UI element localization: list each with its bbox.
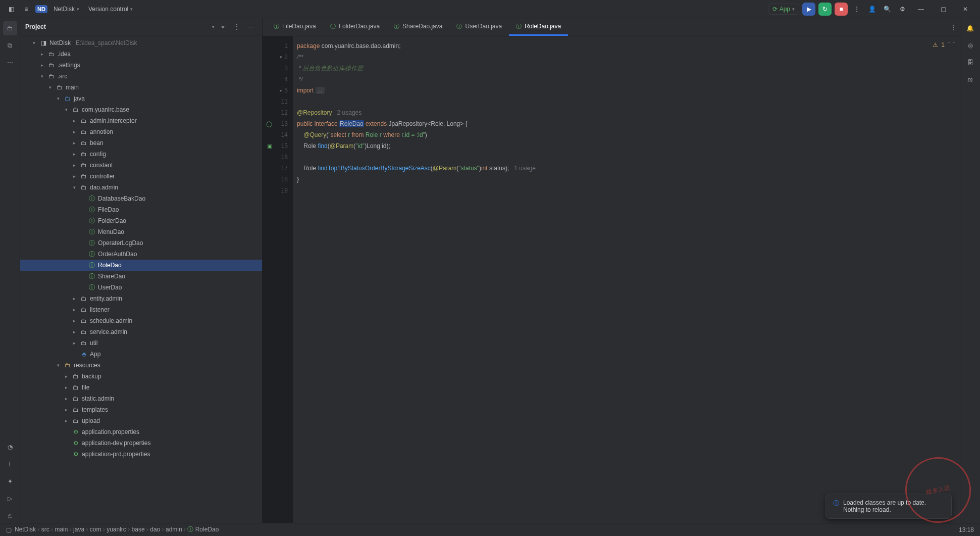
close-button[interactable]: ✕ bbox=[956, 2, 975, 16]
project-badge[interactable]: ND bbox=[35, 5, 47, 13]
tree-item-backup[interactable]: ▸🗀backup bbox=[20, 371, 262, 382]
info-icon: ⓘ bbox=[833, 499, 839, 513]
breadcrumb-root-icon: ▢ bbox=[6, 526, 12, 533]
editor-tabs: ⒾFileDao.javaⒾFolderDao.javaⒾShareDao.ja… bbox=[263, 18, 960, 36]
select-opened-icon[interactable]: ⌖ bbox=[217, 21, 229, 33]
tree-item-listener[interactable]: ▸🗀listener bbox=[20, 304, 262, 315]
tree-item-java[interactable]: ▾🗀java bbox=[20, 93, 262, 104]
hamburger-icon[interactable]: ≡ bbox=[20, 3, 32, 15]
tree-item-resources[interactable]: ▾🗀resources bbox=[20, 360, 262, 371]
tree-item-netdisk[interactable]: ▾◨NetDiskE:\idea_space\NetDisk bbox=[20, 37, 262, 48]
titlebar: ◧ ≡ ND NetDisk ▾ Version control ▾ ⟳ App… bbox=[0, 0, 980, 18]
inspection-indicator[interactable]: ⚠1 ˆˇ bbox=[933, 39, 955, 51]
project-panel-title: Project bbox=[25, 23, 210, 30]
project-tree[interactable]: ▾◨NetDiskE:\idea_space\NetDisk▸🗀.idea▸🗀.… bbox=[20, 35, 262, 523]
minimize-button[interactable]: — bbox=[911, 2, 931, 16]
vcs-menu[interactable]: Version control ▾ bbox=[85, 4, 136, 15]
database-icon[interactable]: 🗄 bbox=[963, 56, 977, 70]
tab-filedao-java[interactable]: ⒾFileDao.java bbox=[267, 18, 323, 36]
chevron-down-icon[interactable]: ▾ bbox=[212, 24, 215, 29]
settings-icon[interactable]: ⚙ bbox=[896, 3, 908, 15]
tree-item-static-admin[interactable]: ▸🗀static.admin bbox=[20, 393, 262, 404]
stop-button[interactable]: ■ bbox=[835, 3, 848, 16]
tree-item-bean[interactable]: ▸🗀bean bbox=[20, 137, 262, 149]
maven-icon[interactable]: m bbox=[963, 73, 977, 87]
app-icon[interactable]: ◧ bbox=[5, 3, 17, 15]
debug-button[interactable]: ▶ bbox=[802, 3, 815, 16]
ai-assistant-icon[interactable]: ◎ bbox=[963, 38, 977, 53]
tree-item-schedule-admin[interactable]: ▸🗀schedule.admin bbox=[20, 315, 262, 326]
project-panel: Project ▾ ⌖ ⋮ — ▾◨NetDiskE:\idea_space\N… bbox=[20, 18, 263, 523]
vcs-tool-icon[interactable]: ⎌ bbox=[3, 509, 17, 523]
tree-item-filedao[interactable]: ⒾFileDao bbox=[20, 204, 262, 215]
tree-item-constant[interactable]: ▸🗀constant bbox=[20, 160, 262, 171]
tree-item-menudao[interactable]: ⒾMenuDao bbox=[20, 226, 262, 237]
tab-more-icon[interactable]: ⋮ bbox=[948, 21, 960, 33]
code-with-me-icon[interactable]: 👤 bbox=[866, 3, 878, 15]
tree-item-templates[interactable]: ▸🗀templates bbox=[20, 404, 262, 415]
tree-item-config[interactable]: ▸🗀config bbox=[20, 149, 262, 160]
project-selector[interactable]: NetDisk ▾ bbox=[50, 4, 82, 15]
run-tool-icon[interactable]: ▷ bbox=[3, 492, 17, 506]
build-tool-icon[interactable]: ◔ bbox=[3, 440, 17, 454]
project-tool-icon[interactable]: 🗀 bbox=[3, 21, 17, 35]
tree-item-annotion[interactable]: ▸🗀annotion bbox=[20, 126, 262, 137]
run-button[interactable]: ↻ bbox=[818, 3, 832, 16]
editor-area: ⒾFileDao.javaⒾFolderDao.javaⒾShareDao.ja… bbox=[263, 18, 960, 523]
tree-item-sharedao[interactable]: ⒾShareDao bbox=[20, 271, 262, 282]
tree-item-main[interactable]: ▾🗀main bbox=[20, 82, 262, 93]
toast-text: Loaded classes are up to date. Nothing t… bbox=[843, 499, 944, 513]
tree-item-com-yuanlrc-base[interactable]: ▾🗀com.yuanlrc.base bbox=[20, 104, 262, 115]
tree-item-service-admin[interactable]: ▸🗀service.admin bbox=[20, 326, 262, 337]
tree-item-app[interactable]: ⬘App bbox=[20, 349, 262, 360]
hide-panel-icon[interactable]: — bbox=[245, 21, 257, 33]
status-time: 13:18 bbox=[959, 526, 974, 533]
tree-item-entity-admin[interactable]: ▸🗀entity.admin bbox=[20, 293, 262, 304]
tree-item-util[interactable]: ▸🗀util bbox=[20, 337, 262, 349]
tree-item-upload[interactable]: ▸🗀upload bbox=[20, 415, 262, 426]
more-tools-icon[interactable]: ⋯ bbox=[3, 56, 17, 70]
tab-folderdao-java[interactable]: ⒾFolderDao.java bbox=[323, 18, 387, 36]
notifications-icon[interactable]: 🔔 bbox=[963, 21, 977, 35]
tree-item--src[interactable]: ▾🗀.src bbox=[20, 71, 262, 82]
structure-tool-icon[interactable]: ⧉ bbox=[3, 38, 17, 53]
tree-item-orderauthdao[interactable]: ⒾOrderAuthDao bbox=[20, 249, 262, 260]
right-tool-strip: 🔔 ◎ 🗄 m bbox=[960, 18, 980, 523]
notification-toast[interactable]: ⓘ Loaded classes are up to date. Nothing… bbox=[826, 494, 952, 519]
run-config-selector[interactable]: ⟳ App ▾ bbox=[768, 4, 799, 15]
tree-item-application-dev-properties[interactable]: ⚙application-dev.properties bbox=[20, 437, 262, 449]
code-editor[interactable]: ⚠1 ˆˇ package com.yuanlrc.base.dao.admin… bbox=[293, 36, 960, 523]
tree-item-folderdao[interactable]: ⒾFolderDao bbox=[20, 215, 262, 226]
tree-item-application-properties[interactable]: ⚙application.properties bbox=[20, 426, 262, 437]
tab-roledao-java[interactable]: ⒾRoleDao.java bbox=[509, 18, 568, 36]
breadcrumb[interactable]: ▢ NetDisk › src › main › java › com › yu… bbox=[0, 523, 980, 536]
tree-item-operaterlogdao[interactable]: ⒾOperaterLogDao bbox=[20, 237, 262, 249]
tree-item-userdao[interactable]: ⒾUserDao bbox=[20, 282, 262, 293]
tree-item--idea[interactable]: ▸🗀.idea bbox=[20, 48, 262, 60]
tab-userdao-java[interactable]: ⒾUserDao.java bbox=[449, 18, 509, 36]
maximize-button[interactable]: ▢ bbox=[934, 2, 953, 16]
tree-item-file[interactable]: ▸🗀file bbox=[20, 382, 262, 393]
left-tool-strip: 🗀 ⧉ ⋯ ◔ T ✦ ▷ ⎌ bbox=[0, 18, 20, 523]
services-tool-icon[interactable]: ✦ bbox=[3, 474, 17, 489]
tree-item-application-prd-properties[interactable]: ⚙application-prd.properties bbox=[20, 449, 262, 460]
terminal-tool-icon[interactable]: T bbox=[3, 457, 17, 471]
tree-item-roledao[interactable]: ⒾRoleDao bbox=[20, 260, 262, 271]
search-icon[interactable]: 🔍 bbox=[881, 3, 893, 15]
tree-item-controller[interactable]: ▸🗀controller bbox=[20, 171, 262, 182]
panel-more-icon[interactable]: ⋮ bbox=[231, 21, 243, 33]
tree-item-dao-admin[interactable]: ▾🗀dao.admin bbox=[20, 182, 262, 193]
more-icon[interactable]: ⋮ bbox=[851, 3, 863, 15]
editor-gutter[interactable]: 1▾234▸51112◯1314▣1516171819 bbox=[263, 36, 293, 523]
tab-sharedao-java[interactable]: ⒾShareDao.java bbox=[387, 18, 449, 36]
tree-item-admin-interceptor[interactable]: ▸🗀admin.interceptor bbox=[20, 115, 262, 126]
tree-item--settings[interactable]: ▸🗀.settings bbox=[20, 60, 262, 71]
tree-item-databasebakdao[interactable]: ⒾDatabaseBakDao bbox=[20, 193, 262, 204]
